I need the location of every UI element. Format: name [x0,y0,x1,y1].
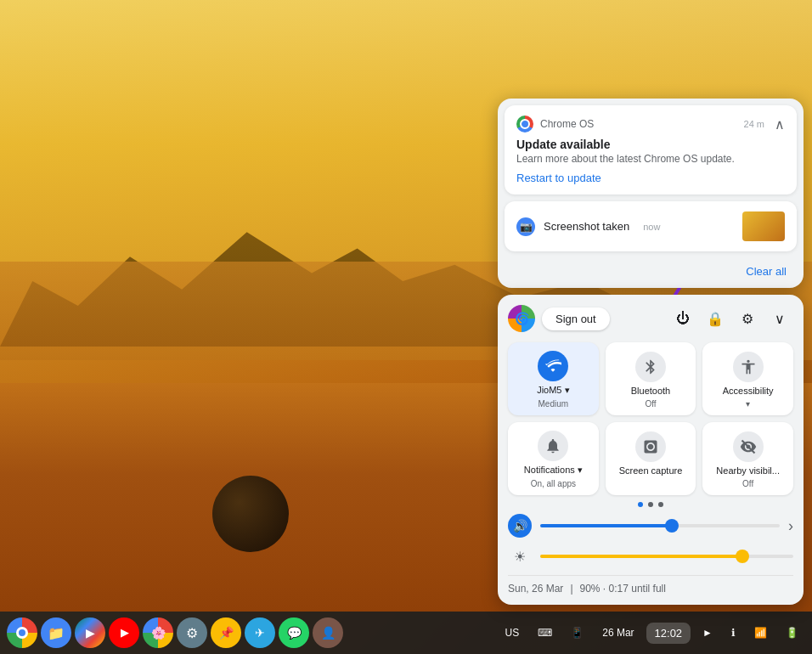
screen-capture-icon [635,431,666,462]
notifications-toggle[interactable]: Notifications ▾ On, all apps [508,422,599,495]
language-selector[interactable]: US [499,623,527,642]
wifi-sublabel: Medium [539,399,569,409]
language-code: US [505,627,520,639]
qs-toggles-grid: JioM5 ▾ Medium Bluetooth Off [508,342,793,495]
wifi-label: JioM5 ▾ [537,385,569,396]
power-button[interactable]: ⏻ [669,305,696,332]
taskbar-settings[interactable]: ⚙ [177,617,207,648]
keyboard-selector[interactable]: ⌨ [531,623,559,642]
taskbar-play-store[interactable]: ▶ [75,617,105,648]
notifications-label: Notifications ▾ [524,465,583,476]
brightness-fill [540,555,742,558]
volume-thumb [665,519,679,533]
wifi-status-icon: 📶 [754,627,767,639]
collapse-panel-button[interactable]: ∨ [766,305,793,332]
nearby-visibility-label: Nearby visibil... [716,465,780,476]
volume-icon[interactable]: 🔊 [508,514,532,538]
sign-out-button[interactable]: Sign out [542,307,610,330]
clear-all-row: Clear all [498,258,804,288]
accessibility-label: Accessibility [723,386,774,396]
bottom-separator: | [570,583,572,595]
battery-icon: 🔋 [786,627,798,639]
clear-all-button[interactable]: Clear all [739,262,793,281]
brightness-slider[interactable] [540,555,793,558]
cast-icon: ► [702,627,713,639]
qs-top-icons: ⏻ 🔒 ⚙ ∨ [669,305,793,332]
panel-container: Chrome OS 24 m ∧ Update available Learn … [498,99,804,605]
quick-settings-panel: 🌀 Sign out ⏻ 🔒 ⚙ ∨ [498,295,804,605]
time-text: 12:02 [655,627,683,640]
notification-area: Chrome OS 24 m ∧ Update available Learn … [498,99,804,288]
restart-to-update-link[interactable]: Restart to update [516,172,785,184]
dot-1 [638,502,643,507]
volume-slider-row: 🔊 › [508,514,793,538]
nearby-visibility-toggle[interactable]: Nearby visibil... Off [702,422,793,495]
pagination-dots [508,502,793,507]
screenshot-notification: 📷 Screenshot taken now [505,201,797,251]
taskbar-user-app[interactable]: 👤 [313,617,343,648]
collapse-icon[interactable]: ∧ [775,116,785,132]
bottom-battery: 90% · 0:17 until full [580,583,666,595]
bluetooth-label: Bluetooth [631,386,670,396]
dot-2 [648,502,653,507]
battery-status[interactable]: 🔋 [779,623,805,642]
screen-capture-label: Screen capture [619,465,683,476]
volume-fill [540,524,672,527]
screen-capture-toggle[interactable]: Screen capture [606,422,696,495]
phone-hub[interactable]: 📱 [564,623,590,642]
screen-capture-sublabel [650,479,652,488]
chromeos-icon [516,116,533,132]
chromeos-update-notification: Chrome OS 24 m ∧ Update available Learn … [505,105,797,195]
screenshot-notif-label: Screenshot taken [544,220,629,233]
accessibility-sublabel: ▾ [746,399,750,409]
taskbar-keep[interactable]: 📌 [211,617,241,648]
system-tray: US ⌨ 📱 26 Mar 12:02 ► ℹ 📶 [499,623,805,644]
taskbar-youtube[interactable]: ▶ [109,617,139,648]
volume-slider[interactable] [540,524,780,527]
desktop: Chrome OS 24 m ∧ Update available Learn … [0,0,812,654]
bluetooth-toggle[interactable]: Bluetooth Off [606,342,696,415]
bluetooth-icon [635,352,666,382]
notif-time: 24 m [744,119,764,129]
screenshot-notif-time: now [643,222,660,232]
notifications-icon [538,431,568,461]
taskbar-telegram[interactable]: ✈ [245,617,275,648]
qs-bottom-bar: Sun, 26 Mar | 90% · 0:17 until full [508,575,793,595]
taskbar: 📁 ▶ ▶ 🌸 ⚙ 📌 ✈ 💬 👤 [0,612,812,654]
nearby-visibility-sublabel: Off [742,479,753,488]
info-icon: ℹ [731,627,736,639]
lock-button[interactable]: 🔒 [702,305,729,332]
phone-icon: 📱 [571,627,584,639]
info-button[interactable]: ℹ [725,623,742,642]
volume-chevron-icon[interactable]: › [788,517,793,535]
screenshot-thumbnail [742,211,785,241]
wifi-icon [538,351,568,381]
taskbar-chrome[interactable] [7,617,37,648]
settings-button[interactable]: ⚙ [734,305,761,332]
date-display[interactable]: 26 Mar [595,623,640,642]
notifications-sublabel: On, all apps [531,479,576,488]
dot-3 [658,502,663,507]
user-avatar[interactable]: 🌀 [508,305,535,332]
nearby-visibility-icon [733,431,764,462]
wifi-status[interactable]: 📶 [747,623,774,642]
screenshot-app-icon: 📷 [516,217,535,236]
brightness-icon[interactable]: ☀ [508,544,532,568]
keyboard-icon: ⌨ [538,627,552,639]
bottom-date: Sun, 26 Mar [508,583,563,595]
taskbar-whatsapp[interactable]: 💬 [279,617,309,648]
accessibility-icon [733,352,764,382]
date-text: 26 Mar [602,627,634,639]
brightness-thumb [736,550,749,563]
clock[interactable]: 12:02 [646,623,691,644]
taskbar-photos[interactable]: 🌸 [143,617,173,648]
taskbar-files[interactable]: 📁 [41,617,71,648]
accessibility-toggle[interactable]: Accessibility ▾ [702,342,793,415]
notif-body: Learn more about the latest Chrome OS up… [516,153,785,165]
brightness-slider-row: ☀ [508,544,793,568]
cast-button[interactable]: ► [696,623,719,642]
bluetooth-sublabel: Off [645,399,656,409]
wifi-toggle[interactable]: JioM5 ▾ Medium [508,342,599,415]
qs-top-row: 🌀 Sign out ⏻ 🔒 ⚙ ∨ [508,305,793,332]
notif-app-name: Chrome OS [540,118,737,130]
